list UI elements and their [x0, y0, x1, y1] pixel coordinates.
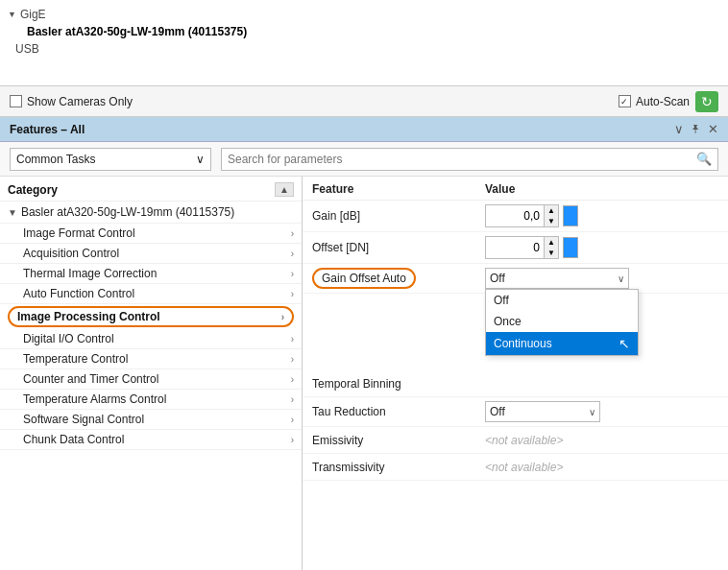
- tau-reduction-value: Off: [490, 405, 505, 418]
- cat-item-label: Software Signal Control: [23, 413, 144, 426]
- chevron-right-icon: ›: [291, 415, 294, 425]
- emissivity-row: Emissivity <not available>: [303, 427, 728, 454]
- chevron-right-icon: ›: [291, 269, 294, 279]
- chevron-right-icon: ›: [291, 394, 294, 405]
- gige-item[interactable]: ▼ GigE: [8, 6, 720, 23]
- cat-item-thermal[interactable]: Thermal Image Correction ›: [0, 264, 302, 284]
- cat-item-software-signal[interactable]: Software Signal Control ›: [0, 410, 302, 430]
- task-select[interactable]: Common Tasks ∨: [10, 148, 211, 171]
- cat-item-temperature[interactable]: Temperature Control ›: [0, 349, 302, 369]
- main-content: Category ▲ ▼ Basler atA320-50g-LW-19mm (…: [0, 177, 728, 570]
- chevron-right-icon: ›: [291, 334, 294, 344]
- show-cameras-label: Show Cameras Only: [27, 95, 133, 108]
- cat-item-chunk-data[interactable]: Chunk Data Control ›: [0, 430, 302, 450]
- option-label: Once: [494, 315, 522, 328]
- cat-item-image-format[interactable]: Image Format Control ›: [0, 224, 302, 244]
- category-scroll-up[interactable]: ▲: [275, 182, 294, 197]
- temporal-binning-label: Temporal Binning: [312, 377, 485, 391]
- offset-color-bar: [563, 237, 578, 258]
- gain-offset-auto-row: Gain Offset Auto Off ∨ Off Once Continu: [303, 264, 728, 294]
- search-input[interactable]: [228, 153, 696, 166]
- offset-spin[interactable]: ▲ ▼: [485, 236, 559, 259]
- feature-value-header: Feature Value: [303, 177, 728, 201]
- cat-item-digital-io[interactable]: Digital I/O Control ›: [0, 329, 302, 349]
- cat-item-image-processing[interactable]: Image Processing Control ›: [8, 306, 294, 327]
- offset-label: Offset [DN]: [312, 241, 485, 254]
- cat-item-label: Thermal Image Correction: [23, 267, 157, 280]
- gain-spin[interactable]: ▲ ▼: [485, 204, 559, 227]
- offset-spin-up[interactable]: ▲: [545, 237, 558, 248]
- basler-label: Basler atA320-50g-LW-19mm (40115375): [27, 25, 247, 38]
- cat-item-temp-alarms[interactable]: Temperature Alarms Control ›: [0, 390, 302, 410]
- features-controls: ∨ 🖈 ✕: [674, 122, 718, 136]
- offset-spin-buttons: ▲ ▼: [544, 237, 558, 258]
- gain-control: ▲ ▼: [485, 204, 718, 227]
- cat-item-counter-timer[interactable]: Counter and Timer Control ›: [0, 369, 302, 390]
- filter-bar: Common Tasks ∨ 🔍: [0, 142, 728, 177]
- gain-spin-buttons: ▲ ▼: [544, 205, 558, 226]
- task-select-arrow: ∨: [196, 153, 205, 166]
- gain-row: Gain [dB] ▲ ▼: [303, 201, 728, 232]
- gain-color-bar: [563, 205, 578, 226]
- category-root-item[interactable]: ▼ Basler atA320-50g-LW-19mm (40115375): [0, 202, 302, 224]
- autoscan-checkbox[interactable]: ✓: [619, 95, 631, 107]
- gain-offset-auto-dropdown[interactable]: Off ∨: [485, 268, 629, 289]
- chevron-right-icon: ›: [291, 354, 294, 365]
- gige-collapse-icon: ▼: [8, 10, 16, 19]
- offset-input[interactable]: [486, 237, 544, 258]
- autoscan-label: Auto-Scan: [636, 95, 690, 108]
- dropdown-option-off[interactable]: Off: [486, 290, 638, 311]
- gain-input[interactable]: [486, 205, 544, 226]
- gain-offset-auto-value: Off: [490, 272, 505, 285]
- basler-camera-item[interactable]: Basler atA320-50g-LW-19mm (40115375): [8, 23, 720, 40]
- device-tree: ▼ GigE Basler atA320-50g-LW-19mm (401153…: [0, 0, 728, 86]
- features-collapse-btn[interactable]: ∨: [674, 122, 684, 136]
- cat-item-acquisition[interactable]: Acquisition Control ›: [0, 244, 302, 264]
- transmissivity-label: Transmissivity: [312, 461, 485, 474]
- tau-reduction-label: Tau Reduction: [312, 405, 485, 418]
- features-pin-btn[interactable]: 🖈: [690, 122, 702, 136]
- dropdown-option-continuous[interactable]: Continuous ↖: [486, 332, 638, 355]
- usb-label: USB: [15, 42, 39, 56]
- cat-item-label: Temperature Control: [23, 352, 128, 366]
- cat-item-label: Temperature Alarms Control: [23, 392, 166, 406]
- tau-reduction-dropdown[interactable]: Off ∨: [485, 401, 600, 422]
- dropdown-arrow-icon: ∨: [618, 273, 624, 284]
- show-cameras-checkbox-label[interactable]: Show Cameras Only: [10, 95, 133, 108]
- toolbar-left: Show Cameras Only: [10, 95, 611, 108]
- usb-item[interactable]: USB: [8, 40, 720, 58]
- offset-row: Offset [DN] ▲ ▼: [303, 232, 728, 264]
- category-panel: Category ▲ ▼ Basler atA320-50g-LW-19mm (…: [0, 177, 303, 570]
- root-item-label: Basler atA320-50g-LW-19mm (40115375): [21, 205, 234, 219]
- features-close-btn[interactable]: ✕: [708, 122, 718, 136]
- refresh-button[interactable]: ↻: [695, 91, 718, 112]
- offset-control: ▲ ▼: [485, 236, 718, 259]
- search-icon: 🔍: [696, 152, 712, 166]
- temporal-binning-row: Temporal Binning: [303, 370, 728, 397]
- gain-offset-auto-circle-label: Gain Offset Auto: [312, 268, 416, 289]
- chevron-right-icon: ›: [291, 228, 294, 239]
- transmissivity-control: <not available>: [485, 461, 718, 474]
- gain-spin-down[interactable]: ▼: [545, 216, 558, 226]
- value-col-header: Value: [485, 182, 718, 196]
- gige-label: GigE: [20, 8, 46, 21]
- transmissivity-row: Transmissivity <not available>: [303, 454, 728, 481]
- cat-item-label: Image Format Control: [23, 226, 135, 240]
- task-select-value: Common Tasks: [16, 153, 95, 166]
- option-label: Continuous: [494, 337, 552, 350]
- features-header: Features – All ∨ 🖈 ✕: [0, 117, 728, 142]
- cursor-icon: ↖: [619, 336, 630, 351]
- cat-item-label: Counter and Timer Control: [23, 372, 158, 386]
- cat-item-auto-function[interactable]: Auto Function Control ›: [0, 284, 302, 304]
- offset-spin-down[interactable]: ▼: [545, 248, 558, 258]
- gain-spin-up[interactable]: ▲: [545, 205, 558, 216]
- category-header: Category ▲: [0, 177, 302, 202]
- dropdown-option-once[interactable]: Once: [486, 311, 638, 332]
- option-label: Off: [494, 294, 509, 307]
- show-cameras-checkbox[interactable]: [10, 95, 22, 107]
- emissivity-label: Emissivity: [312, 434, 485, 447]
- gain-offset-auto-label: Gain Offset Auto: [312, 268, 485, 289]
- autoscan-checkbox-label[interactable]: ✓ Auto-Scan: [619, 95, 690, 108]
- gain-offset-auto-control: Off ∨ Off Once Continuous ↖: [485, 268, 718, 289]
- chevron-right-icon: ›: [281, 312, 284, 322]
